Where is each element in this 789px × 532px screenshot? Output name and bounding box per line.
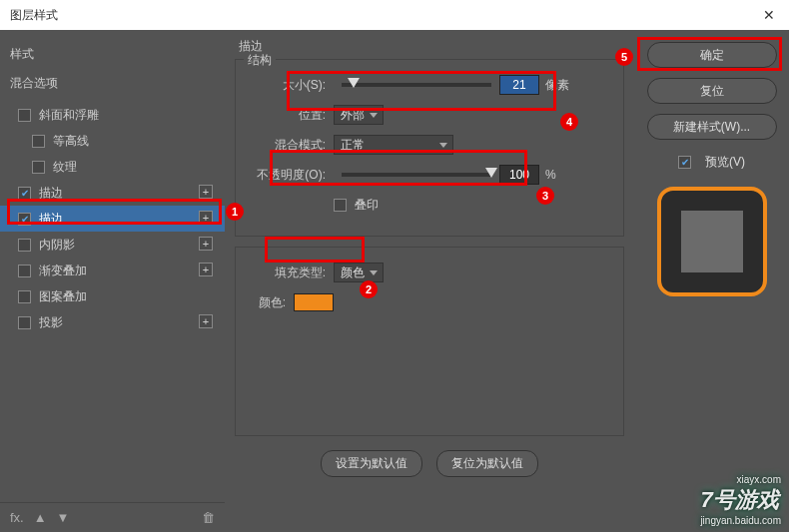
blendmode-row: 混合模式: 正常 <box>246 132 613 158</box>
blendmode-select[interactable]: 正常 <box>334 135 453 155</box>
window-title: 图层样式 <box>10 7 759 24</box>
up-icon[interactable]: ▲ <box>34 510 47 525</box>
color-swatch[interactable] <box>294 293 334 311</box>
mid-panel: 描边 结构 大小(S): 21 像素 位置: 外部 混合模式: 正常 不透明度(… <box>225 30 634 532</box>
stroke-title: 描边 <box>239 38 624 55</box>
position-select[interactable]: 外部 <box>334 105 384 125</box>
style-label: 纹理 <box>53 159 215 176</box>
make-default-button[interactable]: 设置为默认值 <box>321 450 422 477</box>
position-row: 位置: 外部 <box>246 102 613 128</box>
style-checkbox[interactable] <box>18 265 31 277</box>
cancel-button[interactable]: 复位 <box>647 78 777 104</box>
reset-default-button[interactable]: 复位为默认值 <box>436 450 538 477</box>
style-item-5[interactable]: 内阴影+ <box>0 232 225 258</box>
style-item-0[interactable]: 斜面和浮雕 <box>0 102 225 128</box>
style-checkbox[interactable] <box>32 161 45 174</box>
style-label: 渐变叠加 <box>39 263 215 279</box>
annotation-badge-4: 4 <box>560 113 578 131</box>
right-panel: 确定 复位 新建样式(W)... 预览(V) <box>634 30 789 532</box>
overprint-row: 叠印 <box>246 192 613 218</box>
size-input[interactable]: 21 <box>499 75 539 95</box>
style-item-4[interactable]: 描边+ <box>0 206 225 232</box>
content: 样式 混合选项 斜面和浮雕等高线纹理描边+描边+内阴影+渐变叠加+图案叠加投影+… <box>0 30 789 532</box>
down-icon[interactable]: ▼ <box>57 510 70 525</box>
ok-button[interactable]: 确定 <box>647 42 777 68</box>
fill-fieldset: 填充类型: 颜色 颜色: <box>235 247 624 436</box>
style-checkbox[interactable] <box>18 213 31 226</box>
style-label: 等高线 <box>53 133 215 150</box>
style-label: 图案叠加 <box>39 288 215 305</box>
style-checkbox[interactable] <box>18 187 31 200</box>
default-buttons-row: 设置为默认值 复位为默认值 <box>235 450 624 477</box>
preview-row[interactable]: 预览(V) <box>678 154 745 171</box>
fx-icon[interactable]: fx. <box>10 510 24 525</box>
preview-checkbox[interactable] <box>678 156 691 169</box>
preview-label: 预览(V) <box>705 154 745 171</box>
style-item-7[interactable]: 图案叠加 <box>0 283 225 309</box>
size-row: 大小(S): 21 像素 <box>246 72 613 98</box>
color-row: 颜色: <box>246 289 613 315</box>
style-item-1[interactable]: 等高线 <box>0 128 225 154</box>
filltype-row: 填充类型: 颜色 <box>246 260 613 285</box>
annotation-badge-3: 3 <box>536 187 554 205</box>
plus-icon[interactable]: + <box>199 185 213 199</box>
style-checkbox[interactable] <box>18 316 31 329</box>
annotation-badge-2: 2 <box>360 280 378 298</box>
position-label: 位置: <box>246 107 326 124</box>
style-label: 投影 <box>39 314 215 331</box>
new-style-button[interactable]: 新建样式(W)... <box>647 114 777 140</box>
overprint-label: 叠印 <box>355 197 379 214</box>
size-unit: 像素 <box>545 77 569 94</box>
annotation-badge-1: 1 <box>226 203 244 221</box>
size-label: 大小(S): <box>246 77 326 94</box>
opacity-slider[interactable] <box>342 173 491 177</box>
style-item-6[interactable]: 渐变叠加+ <box>0 258 225 283</box>
opacity-input[interactable]: 100 <box>499 165 539 185</box>
plus-icon[interactable]: + <box>199 211 213 225</box>
structure-fieldset: 结构 大小(S): 21 像素 位置: 外部 混合模式: 正常 不透明度(O):… <box>235 59 624 237</box>
style-checkbox[interactable] <box>32 135 45 148</box>
blendmode-label: 混合模式: <box>246 137 326 154</box>
left-panel: 样式 混合选项 斜面和浮雕等高线纹理描边+描边+内阴影+渐变叠加+图案叠加投影+… <box>0 30 225 532</box>
structure-legend: 结构 <box>244 52 276 69</box>
close-icon[interactable]: ✕ <box>759 7 779 23</box>
plus-icon[interactable]: + <box>199 237 213 251</box>
blending-options[interactable]: 混合选项 <box>0 69 225 98</box>
color-label: 颜色: <box>246 294 286 311</box>
style-label: 描边 <box>39 185 215 202</box>
trash-icon[interactable]: 🗑 <box>202 510 215 525</box>
style-item-2[interactable]: 纹理 <box>0 154 225 180</box>
title-bar: 图层样式 ✕ <box>0 0 789 30</box>
style-list: 斜面和浮雕等高线纹理描边+描边+内阴影+渐变叠加+图案叠加投影+ <box>0 102 225 335</box>
styles-header: 样式 <box>0 40 225 69</box>
preview-box <box>657 187 767 296</box>
left-footer: fx. ▲ ▼ 🗑 <box>0 502 225 532</box>
preview-inner <box>681 211 743 272</box>
opacity-row: 不透明度(O): 100 % <box>246 162 613 188</box>
style-checkbox[interactable] <box>18 109 31 122</box>
opacity-unit: % <box>545 168 556 182</box>
opacity-label: 不透明度(O): <box>246 167 326 184</box>
filltype-select[interactable]: 颜色 <box>334 263 384 282</box>
plus-icon[interactable]: + <box>199 263 213 276</box>
plus-icon[interactable]: + <box>199 314 213 328</box>
style-checkbox[interactable] <box>18 290 31 303</box>
style-label: 斜面和浮雕 <box>39 107 215 124</box>
filltype-label: 填充类型: <box>246 265 326 281</box>
style-item-3[interactable]: 描边+ <box>0 180 225 206</box>
style-label: 描边 <box>39 211 215 228</box>
style-label: 内阴影 <box>39 237 215 254</box>
annotation-badge-5: 5 <box>615 48 633 66</box>
size-slider[interactable] <box>342 83 491 87</box>
style-checkbox[interactable] <box>18 239 31 252</box>
style-item-8[interactable]: 投影+ <box>0 309 225 335</box>
overprint-checkbox[interactable] <box>334 199 347 212</box>
